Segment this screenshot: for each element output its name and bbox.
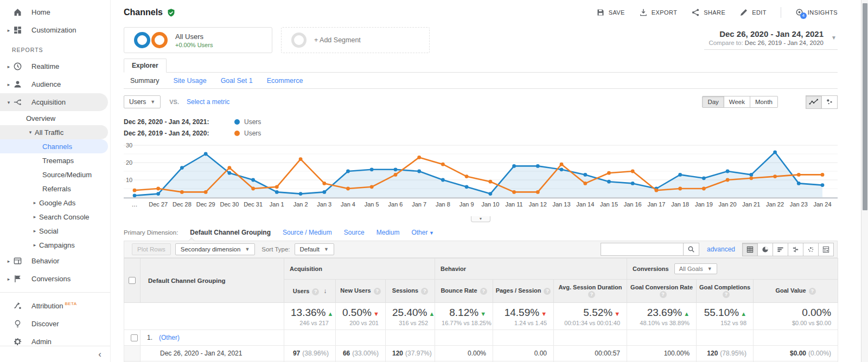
date-range-selector[interactable]: Dec 26, 2020 - Jan 24, 2021 Compare to: … [704, 28, 838, 50]
sidebar-item-realtime[interactable]: ▸Realtime [0, 57, 110, 75]
plot-rows-button[interactable]: Plot Rows [132, 243, 171, 255]
sidebar-collapse-icon[interactable]: ‹ [98, 349, 101, 360]
secondary-dimension-dropdown[interactable]: Secondary dimension ▼ [175, 243, 256, 255]
help-icon[interactable]: ? [809, 288, 816, 295]
tab-explorer[interactable]: Explorer [124, 59, 167, 73]
help-icon[interactable]: ? [544, 288, 551, 295]
table-search-input[interactable] [601, 243, 683, 256]
sidebar-item-attribution[interactable]: AttributionBETA [0, 297, 110, 315]
vs-label: VS. [169, 99, 179, 105]
dimension-other[interactable]: Other ▼ [411, 229, 433, 236]
insights-button[interactable]: 4INSIGHTS [795, 8, 838, 17]
sidebar-item-label: Search Console [39, 213, 90, 221]
sidebar-item-social[interactable]: ▸Social [0, 224, 110, 238]
dimension-medium[interactable]: Medium [376, 229, 400, 236]
segment-all-users[interactable]: All Users +0.00% Users [124, 27, 272, 53]
dimension-column-header[interactable]: Default Channel Grouping [141, 258, 284, 303]
sidebar-item-customization[interactable]: ▸Customization [0, 21, 110, 39]
help-icon[interactable]: ? [374, 288, 381, 295]
row-checkbox[interactable] [131, 334, 138, 341]
column-header-pages-session[interactable]: Pages / Session? [493, 280, 554, 303]
sidebar-item-all-traffic[interactable]: ▾All Traffic [0, 125, 108, 139]
share-button[interactable]: SHARE [691, 8, 725, 17]
column-header-goal-completions[interactable]: Goal Completions? [697, 280, 754, 303]
chart-expander-handle[interactable]: ▼ [471, 216, 490, 222]
summary-row: 13.36%▲246 vs 2170.50%▼200 vs 20125.40%▲… [124, 303, 838, 330]
help-icon[interactable]: ? [723, 291, 730, 298]
column-header-new-users[interactable]: New Users? [336, 280, 386, 303]
column-header-goal-conversion-rate[interactable]: Goal Conversion Rate? [627, 280, 697, 303]
subtab-ecommerce[interactable]: Ecommerce [267, 77, 303, 85]
primary-dimension-label: Primary Dimension: [124, 229, 178, 236]
chevron-down-icon: ▼ [427, 230, 433, 236]
save-button[interactable]: SAVE [596, 8, 625, 17]
sidebar-item-search-console[interactable]: ▸Search Console [0, 210, 110, 224]
view-term-cloud-icon[interactable] [803, 243, 819, 256]
sidebar-item-treemaps[interactable]: Treemaps [0, 153, 110, 167]
granularity-month[interactable]: Month [750, 96, 778, 108]
subtab-summary[interactable]: Summary [130, 77, 159, 85]
help-icon[interactable]: ? [660, 291, 667, 298]
summary-cell: 0.00%$0.00 vs $0.00 [754, 303, 838, 330]
advanced-search-link[interactable]: advanced [707, 245, 735, 253]
edit-button[interactable]: EDIT [739, 8, 767, 17]
summary-cell: 23.69%▲48.10% vs 38.89% [627, 303, 697, 330]
column-header-users[interactable]: Users?↓ [284, 280, 336, 303]
edit-icon [739, 8, 748, 17]
svg-text:Jan 18: Jan 18 [671, 201, 689, 208]
view-percentage-icon[interactable] [757, 243, 773, 256]
column-header-avg-session-duration[interactable]: Avg. Session Duration? [554, 280, 627, 303]
summary-comparison: 246 vs 217 [291, 320, 329, 326]
help-icon[interactable]: ? [588, 291, 595, 298]
sidebar-item-source-medium[interactable]: Source/Medium [0, 167, 110, 182]
granularity-week[interactable]: Week [724, 96, 750, 108]
metric-dropdown[interactable]: Users ▼ [124, 95, 161, 108]
sidebar-item-home[interactable]: Home [0, 3, 110, 21]
sidebar-item-referrals[interactable]: Referrals [0, 182, 110, 196]
sidebar-item-acquisition[interactable]: ▾Acquisition [0, 93, 108, 111]
sidebar-item-audience[interactable]: ▸Audience [0, 75, 110, 93]
help-icon[interactable]: ? [312, 288, 319, 295]
view-comparison-icon[interactable] [788, 243, 803, 256]
view-table-icon[interactable] [742, 243, 758, 256]
export-button[interactable]: EXPORT [639, 8, 677, 17]
scrollbar-thumb[interactable] [863, 3, 867, 210]
sidebar-item-overview[interactable]: Overview [0, 111, 110, 125]
insights-count-badge: 4 [800, 12, 807, 19]
sidebar-item-campaigns[interactable]: ▸Campaigns [0, 238, 110, 252]
dimension-source-medium[interactable]: Source / Medium [283, 229, 332, 236]
vertical-scrollbar[interactable] [861, 0, 868, 362]
sidebar-item-conversions[interactable]: ▸Conversions [0, 270, 110, 288]
sidebar-item-google-ads[interactable]: ▸Google Ads [0, 196, 110, 210]
sort-desc-icon[interactable]: ↓ [323, 287, 327, 295]
line-chart-icon[interactable] [806, 95, 822, 109]
subtab-goal-set-1[interactable]: Goal Set 1 [221, 77, 253, 85]
view-performance-icon[interactable] [773, 243, 788, 256]
column-header-goal-value[interactable]: Goal Value? [754, 280, 838, 303]
column-header-sessions[interactable]: Sessions? [386, 280, 435, 303]
sidebar-item-discover[interactable]: Discover [0, 315, 110, 333]
view-pivot-icon[interactable] [818, 243, 834, 256]
add-segment-button[interactable]: + Add Segment [281, 27, 430, 53]
search-icon[interactable] [683, 243, 699, 256]
channel-link[interactable]: (Other) [159, 334, 180, 341]
select-all-header [124, 258, 141, 303]
svg-text:10: 10 [126, 177, 132, 183]
goals-selector-dropdown[interactable]: All Goals▼ [674, 263, 717, 274]
help-icon[interactable]: ? [480, 288, 487, 295]
sort-type-dropdown[interactable]: Default ▼ [295, 243, 334, 255]
svg-text:Jan 9: Jan 9 [459, 201, 474, 208]
subtab-site-usage[interactable]: Site Usage [173, 77, 206, 85]
help-icon[interactable]: ? [421, 288, 428, 295]
sidebar-item-channels[interactable]: Channels [0, 139, 108, 153]
select-all-checkbox[interactable] [129, 277, 136, 284]
granularity-day[interactable]: Day [702, 96, 724, 108]
select-metric-link[interactable]: Select a metric [187, 98, 229, 106]
dimension-default-channel-grouping[interactable]: Default Channel Grouping [190, 229, 271, 236]
sidebar-divider [0, 292, 110, 293]
group-header-behavior: Behavior [435, 258, 627, 280]
column-header-bounce-rate[interactable]: Bounce Rate? [435, 280, 493, 303]
dimension-source[interactable]: Source [344, 229, 365, 236]
motion-chart-icon[interactable] [821, 95, 838, 109]
sidebar-item-behavior[interactable]: ▸Behavior [0, 252, 110, 270]
